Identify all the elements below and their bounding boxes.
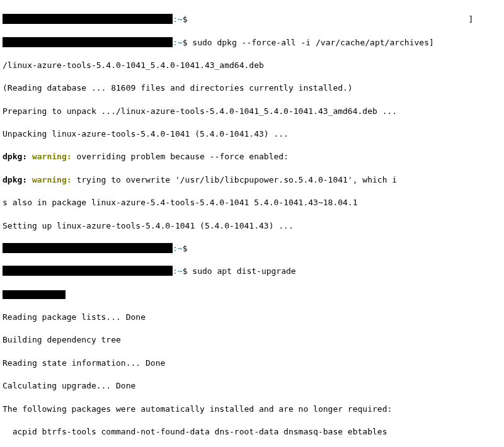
- warning-text: trying to overwrite '/usr/lib/libcpupowe…: [72, 175, 398, 184]
- prompt-dollar: $: [183, 14, 188, 24]
- warning-line-2: dpkg: warning: trying to overwrite '/usr…: [3, 174, 501, 186]
- prompt-line-1: :~$ ]: [3, 14, 501, 25]
- warning-continuation: s also in package linux-azure-5.4-tools-…: [3, 197, 501, 208]
- package-list: acpid btrfs-tools command-not-found-data…: [3, 426, 501, 438]
- redacted-hostname: [3, 266, 173, 276]
- prompt-path: ~: [178, 14, 183, 24]
- output-line: Reading package lists... Done: [3, 312, 501, 323]
- command-text: sudo dpkg --force-all -i /var/cache/apt/…: [192, 38, 429, 47]
- prompt-path: ~: [178, 244, 183, 253]
- warning-text: overriding problem because --force enabl…: [72, 152, 289, 161]
- dpkg-label: dpkg:: [3, 175, 27, 184]
- prompt-dollar: $: [183, 244, 188, 253]
- command-line-2: :~$ sudo apt dist-upgrade: [3, 266, 501, 277]
- prompt-path: ~: [178, 38, 183, 47]
- redacted-line: [3, 289, 501, 300]
- output-line: The following packages were automaticall…: [3, 404, 501, 415]
- command-line-1: :~$ sudo dpkg --force-all -i /var/cache/…: [3, 37, 501, 48]
- output-line: Preparing to unpack .../linux-azure-tool…: [3, 106, 501, 117]
- output-line: Calculating upgrade... Done: [3, 380, 501, 392]
- bracket: ]: [469, 14, 474, 24]
- prompt-path: ~: [178, 266, 183, 276]
- output-line: Reading state information... Done: [3, 358, 501, 369]
- redacted-hostname: [3, 37, 173, 47]
- prompt-dollar: $: [183, 266, 188, 276]
- prompt-line-2: :~$: [3, 243, 501, 254]
- output-line: (Reading database ... 81609 files and di…: [3, 82, 501, 94]
- warning-line-1: dpkg: warning: overriding problem becaus…: [3, 151, 501, 162]
- prompt-dollar: $: [183, 38, 188, 47]
- terminal-output[interactable]: :~$ ] :~$ sudo dpkg --force-all -i /var/…: [3, 3, 501, 447]
- output-line: Setting up linux-azure-tools-5.4.0-1041 …: [3, 220, 501, 232]
- output-line: Building dependency tree: [3, 334, 501, 346]
- bracket: ]: [429, 38, 434, 47]
- output-line: Unpacking linux-azure-tools-5.4.0-1041 (…: [3, 128, 501, 140]
- command-text: sudo apt dist-upgrade: [192, 266, 295, 276]
- redacted-block: [3, 290, 66, 299]
- redacted-hostname: [3, 243, 173, 253]
- warning-label: warning:: [32, 152, 72, 161]
- warning-label: warning:: [32, 175, 72, 184]
- command-continuation: /linux-azure-tools-5.4.0-1041_5.4.0-1041…: [3, 60, 501, 71]
- dpkg-label: dpkg:: [3, 152, 27, 161]
- redacted-hostname: [3, 14, 173, 24]
